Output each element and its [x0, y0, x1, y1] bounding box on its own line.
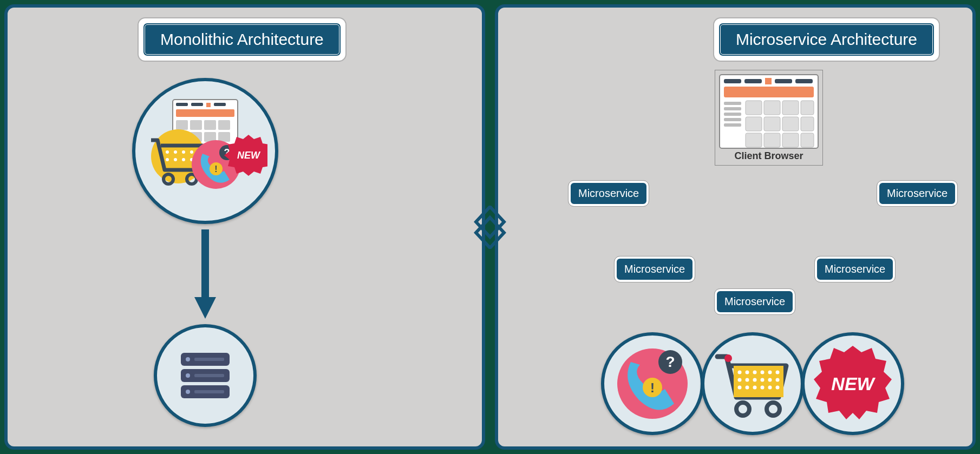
svg-point-97 [746, 386, 749, 390]
monolithic-title: Monolithic Architecture [143, 23, 341, 56]
svg-point-98 [753, 386, 757, 390]
svg-rect-83 [734, 366, 783, 397]
svg-rect-76 [782, 133, 799, 147]
svg-point-93 [761, 378, 765, 382]
svg-rect-40 [194, 374, 224, 377]
svg-rect-70 [746, 117, 762, 131]
new-badge-text: NEW [831, 373, 876, 394]
svg-rect-68 [782, 101, 799, 115]
browser-window-icon [718, 74, 819, 149]
svg-rect-63 [724, 113, 741, 116]
svg-point-91 [746, 378, 749, 382]
microservice-box-top-left: Microservice [569, 181, 649, 206]
svg-rect-64 [724, 118, 741, 121]
svg-rect-8 [204, 120, 216, 130]
svg-rect-1 [176, 103, 188, 106]
microservice-box-mid-right: Microservice [815, 256, 895, 282]
microservice-panel: Microservice Architecture [495, 4, 976, 450]
svg-rect-65 [724, 123, 741, 127]
svg-point-90 [738, 378, 742, 382]
svg-rect-67 [764, 101, 780, 115]
svg-rect-60 [724, 87, 814, 97]
svg-point-92 [753, 378, 757, 382]
svg-rect-7 [190, 120, 202, 130]
svg-point-41 [186, 390, 190, 394]
monolithic-title-plate: Monolithic Architecture [138, 17, 347, 62]
svg-rect-69 [801, 101, 814, 115]
microservice-box-center: Microservice [715, 289, 795, 314]
svg-point-87 [761, 371, 765, 374]
svg-rect-75 [764, 133, 780, 147]
svg-point-22 [166, 158, 169, 161]
svg-point-23 [174, 158, 177, 161]
svg-rect-59 [795, 79, 813, 83]
svg-rect-77 [801, 133, 814, 147]
monolith-app-circle: ? ! NEW [132, 78, 278, 224]
svg-text:?: ? [665, 353, 675, 370]
svg-rect-3 [206, 103, 211, 107]
svg-rect-72 [782, 117, 799, 131]
cart-service-circle [701, 332, 804, 435]
svg-rect-6 [176, 120, 188, 130]
svg-point-89 [776, 371, 780, 374]
shopping-cart-icon [709, 343, 796, 424]
svg-point-85 [746, 371, 749, 374]
monolith-composite-icon: ? ! NEW [143, 97, 267, 205]
svg-point-19 [174, 150, 177, 154]
svg-point-18 [166, 150, 169, 154]
svg-text:NEW: NEW [237, 150, 261, 161]
client-browser-label: Client Browser [718, 150, 819, 162]
svg-rect-4 [214, 103, 226, 106]
svg-text:!: ! [214, 165, 217, 174]
svg-point-99 [761, 386, 765, 390]
monolithic-panel: Monolithic Architecture [4, 4, 485, 450]
server-circle [154, 324, 257, 427]
svg-point-95 [776, 378, 780, 382]
svg-rect-61 [724, 102, 741, 105]
svg-rect-58 [775, 79, 792, 83]
svg-point-20 [182, 150, 185, 154]
svg-rect-55 [724, 79, 741, 83]
svg-rect-66 [746, 101, 762, 115]
svg-rect-71 [764, 117, 780, 131]
svg-rect-62 [724, 107, 741, 110]
svg-point-103 [736, 403, 749, 416]
svg-point-94 [768, 378, 772, 382]
svg-point-100 [768, 386, 772, 390]
svg-rect-13 [218, 132, 230, 142]
svg-point-102 [724, 354, 732, 362]
microservice-box-top-right: Microservice [877, 181, 957, 206]
svg-point-86 [753, 371, 757, 374]
svg-point-104 [767, 403, 780, 416]
svg-rect-5 [176, 109, 234, 117]
svg-rect-38 [194, 358, 224, 361]
svg-rect-56 [744, 79, 762, 83]
svg-point-88 [768, 371, 772, 374]
svg-point-21 [190, 150, 193, 154]
connection-lines [498, 8, 661, 89]
svg-point-39 [186, 373, 190, 378]
microservice-box-mid-left: Microservice [615, 256, 695, 282]
svg-rect-2 [191, 103, 203, 106]
server-icon [173, 343, 238, 408]
microservice-title: Microservice Architecture [718, 23, 935, 56]
support-phone-icon: ? ! [612, 343, 693, 424]
svg-marker-33 [194, 297, 216, 319]
client-browser-box: Client Browser [715, 70, 823, 166]
svg-rect-9 [218, 120, 230, 130]
svg-rect-57 [765, 78, 772, 84]
svg-rect-74 [746, 133, 762, 147]
svg-point-96 [738, 386, 742, 390]
svg-point-24 [182, 158, 185, 161]
arrow-down-icon [192, 229, 219, 321]
svg-rect-73 [801, 117, 814, 131]
svg-point-84 [738, 371, 742, 374]
svg-rect-42 [194, 390, 224, 393]
new-service-circle: NEW [801, 332, 904, 435]
svg-text:!: ! [650, 380, 655, 395]
diagram-container: Monolithic Architecture [4, 4, 976, 450]
support-service-circle: ? ! [601, 332, 704, 435]
svg-point-101 [776, 386, 780, 390]
microservice-title-plate: Microservice Architecture [713, 17, 940, 62]
svg-point-37 [186, 357, 190, 361]
